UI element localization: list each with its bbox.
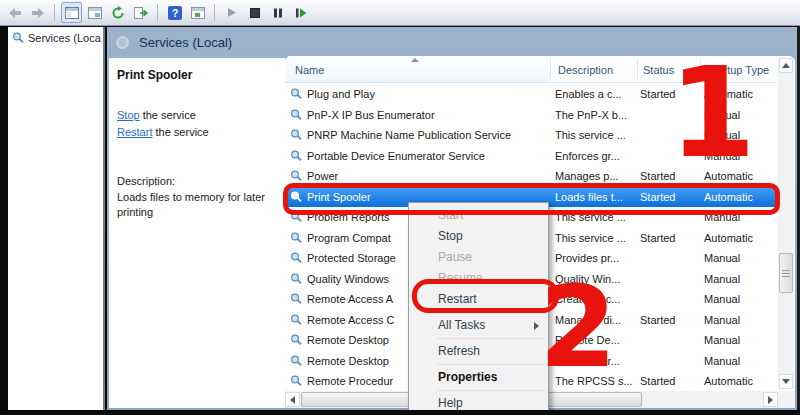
- list-header: Name Description Status Startup Type: [285, 56, 777, 83]
- service-startup: Manual: [700, 334, 777, 346]
- service-status: Started: [637, 191, 700, 203]
- column-separator[interactable]: [700, 59, 701, 79]
- table-row[interactable]: PnP-X IP Bus Enumerator The PnP-X b... M…: [285, 105, 777, 126]
- stop-service-line: Stop the service: [117, 107, 209, 124]
- menu-item-start: Start: [409, 205, 548, 226]
- service-startup: Manual: [700, 129, 777, 141]
- column-header-description[interactable]: Description: [558, 64, 613, 76]
- stop-service-link[interactable]: Stop: [117, 109, 140, 121]
- service-desc: Quality Win...: [552, 273, 637, 285]
- svg-text:?: ?: [171, 7, 178, 19]
- column-header-name[interactable]: Name: [295, 64, 324, 76]
- vertical-scrollbar[interactable]: [778, 58, 794, 389]
- service-desc: This service ...: [552, 211, 637, 223]
- tree-item-services-local[interactable]: Services (Loca: [8, 27, 103, 47]
- column-separator[interactable]: [550, 59, 551, 79]
- service-desc: This service ...: [552, 129, 637, 141]
- service-icon: [290, 355, 302, 367]
- menu-item-pause: Pause: [409, 247, 548, 268]
- restart-service-link[interactable]: Restart: [117, 126, 152, 138]
- service-startup: Manual: [700, 314, 777, 326]
- service-icon: [290, 191, 302, 203]
- service-startup: Manual: [700, 293, 777, 305]
- show-action-pane-icon[interactable]: [187, 2, 208, 23]
- stop-service-icon[interactable]: [244, 2, 265, 23]
- toolbar-separator: [54, 4, 55, 21]
- service-startup: Automatic: [700, 170, 777, 182]
- service-status: Started: [637, 170, 700, 182]
- service-name: Remote Desktop: [307, 355, 389, 367]
- scroll-down-icon: [782, 379, 790, 384]
- scroll-up-button[interactable]: [779, 58, 793, 73]
- service-status: Started: [637, 375, 700, 387]
- service-desc: Remote De...: [552, 334, 637, 346]
- restart-service-icon[interactable]: [290, 2, 311, 23]
- service-name: Portable Device Enumerator Service: [307, 150, 485, 162]
- forward-icon[interactable]: [27, 2, 48, 23]
- service-icon: [290, 375, 302, 387]
- table-row[interactable]: Portable Device Enumerator Service Enfor…: [285, 146, 777, 167]
- service-description: Loads files to memory for later printing: [117, 190, 275, 220]
- service-icon: [290, 170, 302, 182]
- service-desc: Loads files t...: [552, 191, 637, 203]
- service-name: Program Compat: [307, 232, 391, 244]
- toolbar: ?: [0, 0, 800, 26]
- back-icon[interactable]: [4, 2, 25, 23]
- table-row[interactable]: PNRP Machine Name Publication Service Th…: [285, 125, 777, 146]
- service-name: Power: [307, 170, 338, 182]
- main-pane-header: Services (Local): [107, 27, 797, 58]
- service-desc: Enforces gr...: [552, 150, 637, 162]
- service-name: PnP-X IP Bus Enumerator: [307, 109, 435, 121]
- table-row[interactable]: Power Manages p... Started Automatic: [285, 166, 777, 187]
- service-icon: [290, 252, 302, 264]
- table-row[interactable]: Plug and Play Enables a c... Started Aut…: [285, 84, 777, 105]
- new-window-icon[interactable]: [84, 2, 105, 23]
- column-separator[interactable]: [637, 59, 638, 79]
- service-icon: [290, 150, 302, 162]
- sort-ascending-icon: [411, 58, 419, 62]
- console-tree-panel: Services (Loca: [8, 27, 105, 410]
- service-desc: Manages p...: [552, 170, 637, 182]
- column-header-status[interactable]: Status: [643, 64, 674, 76]
- submenu-arrow-icon: [534, 322, 539, 330]
- services-icon: [12, 32, 24, 44]
- scroll-left-button[interactable]: [285, 392, 300, 407]
- main-pane-title: Services (Local): [139, 35, 232, 50]
- context-menu: Start Stop Pause Resume Restart All Task…: [408, 202, 549, 415]
- scroll-down-button[interactable]: [779, 374, 793, 389]
- service-startup: Automatic: [700, 232, 777, 244]
- menu-item-restart[interactable]: Restart: [409, 289, 548, 310]
- pause-service-icon[interactable]: [267, 2, 288, 23]
- export-list-icon[interactable]: [130, 2, 151, 23]
- service-name: Quality Windows: [307, 273, 389, 285]
- service-startup: Manual: [700, 211, 777, 223]
- service-desc: The RPCSS s...: [552, 375, 637, 387]
- scroll-right-button[interactable]: [763, 392, 778, 407]
- thumb-grip: [782, 273, 790, 274]
- service-icon: [290, 109, 302, 121]
- show-console-tree-icon[interactable]: [61, 2, 82, 23]
- scroll-left-icon: [290, 396, 295, 404]
- service-desc: Manages di...: [552, 314, 637, 326]
- menu-separator: [437, 390, 545, 391]
- selected-service-title: Print Spooler: [117, 68, 192, 82]
- restart-service-line: Restart the service: [117, 124, 209, 141]
- refresh-icon[interactable]: [107, 2, 128, 23]
- menu-item-properties[interactable]: Properties: [409, 367, 548, 388]
- service-name: Remote Access C: [307, 314, 394, 326]
- service-startup: Manual: [700, 355, 777, 367]
- menu-item-refresh[interactable]: Refresh: [409, 341, 548, 362]
- help-icon[interactable]: ?: [164, 2, 185, 23]
- service-action-links: Stop the service Restart the service: [117, 107, 209, 141]
- service-startup: Manual: [700, 252, 777, 264]
- menu-item-stop[interactable]: Stop: [409, 226, 548, 247]
- stop-suffix: the service: [140, 109, 196, 121]
- service-desc: This service ...: [552, 232, 637, 244]
- service-startup: Automatic: [700, 191, 777, 203]
- column-header-startup-type[interactable]: Startup Type: [707, 64, 769, 76]
- vertical-scroll-thumb[interactable]: [779, 253, 793, 293]
- service-icon: [290, 314, 302, 326]
- all-tasks-label: All Tasks: [438, 318, 485, 332]
- start-service-icon[interactable]: [221, 2, 242, 23]
- menu-item-all-tasks[interactable]: All Tasks: [409, 315, 548, 336]
